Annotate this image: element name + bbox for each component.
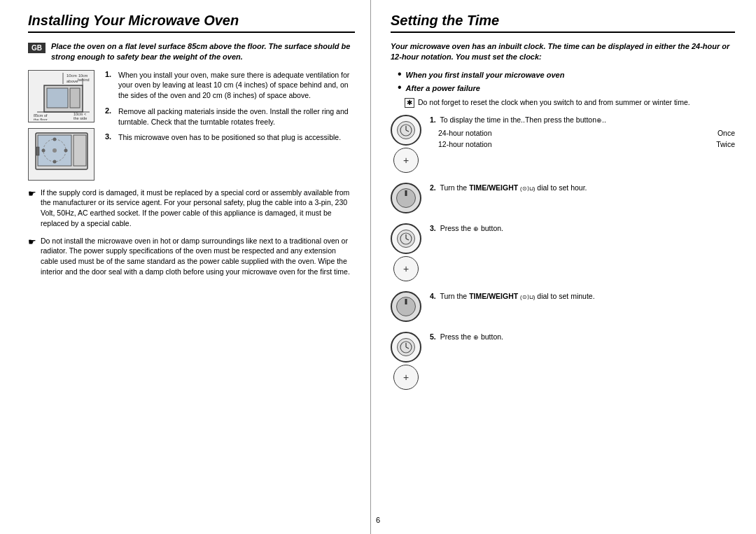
step-4-text: Turn the TIME/WEIGHT (⊙⟩⊔) dial to set m… [440, 292, 595, 300]
svg-rect-1 [47, 88, 68, 108]
svg-point-20 [52, 138, 56, 141]
note-1-text: If the supply cord is damaged, it must b… [41, 188, 355, 229]
svg-rect-17 [74, 135, 86, 166]
notation-value-12: Twice [716, 139, 735, 150]
setting-step-2: 2. Turn the TIME/WEIGHT (⊙⟩⊔) dial to se… [391, 183, 735, 213]
step-2-bold: TIME/WEIGHT [469, 183, 518, 192]
step-3-icon-area: + [391, 223, 421, 281]
notation-label-24: 24-hour notation [438, 128, 491, 139]
bullet-icon-1: • [398, 69, 402, 80]
right-column: Setting the Time Your microwave oven has… [371, 0, 756, 534]
step-1-text: When you install your oven, make sure th… [118, 70, 355, 101]
notation-label-12: 12-hour notation [438, 139, 491, 150]
clock-button-icon-3 [391, 223, 421, 254]
svg-line-32 [406, 347, 409, 349]
dial-inner-2 [396, 297, 416, 316]
clock-face-1 [397, 121, 415, 139]
svg-text:the side: the side [74, 116, 87, 120]
step-4-num-inline: 4. [430, 292, 436, 300]
note-1: ☛ If the supply cord is damaged, it must… [28, 188, 355, 229]
step-3: 3. This microwave oven has to be positio… [105, 132, 355, 143]
bullet-icon-2: • [398, 82, 402, 93]
step-3-num: 3. [105, 132, 115, 141]
step-2-icon-area [391, 183, 421, 213]
sub-note-icon: ✱ [405, 98, 414, 108]
svg-point-19 [52, 148, 57, 153]
svg-text:behind: behind [78, 78, 90, 82]
svg-line-29 [406, 239, 409, 240]
step-5-text: Press the ⊕ button. [440, 332, 503, 341]
setting-step-4: 4. Turn the TIME/WEIGHT (⊙⟩⊔) dial to se… [391, 291, 735, 322]
step-5-content: 5. Press the ⊕ button. [430, 332, 735, 343]
svg-text:above: above [66, 79, 78, 83]
gb-intro-box: GB Place the oven on a flat level surfac… [28, 41, 355, 63]
plus-button-icon-3: + [393, 256, 419, 281]
svg-text:10cm: 10cm [66, 73, 77, 78]
step-4-content: 4. Turn the TIME/WEIGHT (⊙⟩⊔) dial to se… [430, 291, 735, 302]
step-1: 1. When you install your oven, make sure… [105, 70, 355, 101]
bullet-2: • After a power failure [398, 83, 735, 94]
bullet-2-text: After a power failure [406, 83, 480, 94]
left-column: Installing Your Microwave Oven GB Place … [0, 0, 371, 534]
bullet-1: • When you first install your microwave … [398, 70, 735, 80]
step-4-bold: TIME/WEIGHT [469, 292, 518, 300]
turntable-diagram [28, 128, 94, 181]
content-area: 10cm above 10cm behind 85cm of the floor… [28, 70, 355, 181]
notation-row-2: 12-hour notation Twice [438, 139, 735, 150]
step-4-icon-area [391, 291, 421, 322]
svg-point-22 [41, 149, 45, 153]
plus-button-icon-1: + [393, 148, 419, 173]
dial-notch-1 [405, 190, 407, 196]
clock-svg-5 [399, 340, 413, 354]
notation-row-1: 24-hour notation Once [438, 128, 735, 139]
step-2-text: Turn the TIME/WEIGHT (⊙⟩⊔) dial to set h… [440, 183, 587, 192]
svg-rect-16 [36, 147, 39, 155]
step-1-instruction: To display the time in the..Then press t… [440, 115, 606, 124]
step-1-num: 1. [105, 70, 115, 78]
step-3-num-inline: 3. [430, 224, 436, 232]
step-1-content: 1. To display the time in the..Then pres… [430, 115, 735, 150]
right-intro: Your microwave oven has an inbuilt clock… [391, 41, 735, 63]
plus-symbol-5: + [403, 372, 409, 383]
dial-inner-1 [396, 188, 416, 208]
page-number: 6 [376, 516, 380, 524]
gb-label: GB [28, 43, 46, 53]
step-3-text: Press the ⊕ button. [440, 224, 503, 232]
plus-symbol-3: + [403, 263, 409, 274]
spacing-diagram-svg: 10cm above 10cm behind 85cm of the floor… [30, 71, 93, 120]
svg-point-23 [64, 149, 67, 153]
svg-line-26 [406, 130, 409, 132]
step-5-icon-area: + [391, 332, 421, 390]
turntable-svg [30, 129, 93, 178]
step-2-text: Remove all packing materials inside the … [118, 106, 355, 127]
diagrams: 10cm above 10cm behind 85cm of the floor… [28, 70, 98, 181]
step-2: 2. Remove all packing materials inside t… [105, 106, 355, 127]
left-intro-text: Place the oven on a flat level surface 8… [51, 41, 355, 63]
setting-step-1: + 1. To display the time in the..Then pr… [391, 115, 735, 173]
clock-button-icon-5 [391, 332, 421, 363]
step-5-num-inline: 5. [430, 332, 436, 341]
svg-text:the floor: the floor [34, 118, 48, 120]
note-icon-2: ☛ [28, 237, 36, 247]
bullet-1-text: When you first install your microwave ov… [406, 70, 565, 80]
note-icon-1: ☛ [28, 188, 36, 199]
plus-button-icon-5: + [393, 365, 419, 390]
step-1-icon-area: + [391, 115, 421, 173]
page: Installing Your Microwave Oven GB Place … [0, 0, 756, 534]
spacing-diagram: 10cm above 10cm behind 85cm of the floor… [28, 70, 94, 122]
svg-rect-2 [70, 88, 80, 108]
step-2-num: 2. [105, 106, 115, 115]
sub-note: ✱ Do not forget to reset the clock when … [405, 97, 735, 108]
note-2: ☛ Do not install the microwave oven in h… [28, 236, 355, 277]
right-section-title: Setting the Time [391, 13, 735, 33]
step-list: 1. When you install your oven, make sure… [105, 70, 355, 181]
left-section-title: Installing Your Microwave Oven [28, 13, 355, 33]
step-3-text: This microwave oven has to be positioned… [118, 132, 341, 143]
step-1-label: 1. To display the time in the..Then pres… [430, 115, 735, 126]
setting-steps: + 1. To display the time in the..Then pr… [391, 115, 735, 390]
step-3-content: 3. Press the ⊕ button. [430, 223, 735, 234]
clock-svg-3 [399, 232, 413, 246]
dial-icon-2 [391, 291, 421, 322]
clock-button-icon-1 [391, 115, 421, 146]
step-2-num-inline: 2. [430, 183, 436, 192]
